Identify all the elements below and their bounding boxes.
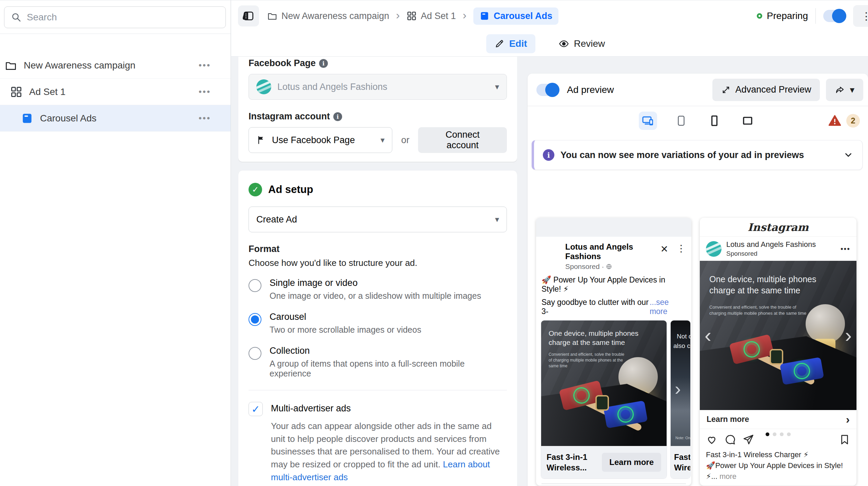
status-cluster: Preparing ⋮ (757, 0, 868, 32)
chevron-right-icon: › (396, 8, 400, 22)
instagram-feed-preview: Instagram Lotus and Angels Fashions Spon… (700, 218, 856, 486)
advanced-preview-button[interactable]: Advanced Preview (712, 79, 820, 101)
fb-body-text: Say goodbye to clutter with our 3- (541, 298, 650, 316)
more-icon[interactable]: ••• (841, 245, 850, 253)
ad-setup-card: ✓ Ad setup Create Ad ▾ Format Choose how… (238, 171, 517, 486)
fb-engagement-bar: Like Comment Share (541, 484, 686, 486)
kebab-menu-icon[interactable]: ⋮ (676, 243, 686, 254)
see-more-link[interactable]: ...see more (650, 298, 686, 316)
preview-format-row: 2 (528, 106, 868, 135)
breadcrumb-ad-current[interactable]: Carousel Ads (473, 7, 558, 25)
status-dot-icon (757, 13, 762, 19)
chevron-down-icon[interactable] (843, 150, 853, 160)
fb-post-header: Lotus and Angels Fashions Sponsored · ✕ … (536, 237, 691, 273)
divider (249, 390, 507, 390)
tab-edit[interactable]: Edit (486, 34, 535, 53)
ad-document-icon (479, 11, 490, 21)
info-icon[interactable]: i (319, 59, 328, 68)
carousel-card-2-partial[interactable]: Not only also can c › Note: Only a Fast … (670, 320, 691, 479)
chevron-down-icon: ▾ (850, 84, 854, 95)
folder-icon (267, 11, 277, 21)
format-square-button[interactable] (738, 112, 757, 130)
format-option-collection[interactable]: Collection A group of items that opens i… (249, 346, 507, 378)
radio-icon[interactable] (249, 279, 261, 292)
share-preview-button[interactable]: ▾ (826, 79, 863, 101)
option-label: Single image or video (270, 278, 481, 288)
info-icon[interactable]: i (333, 112, 342, 121)
learn-more-button[interactable]: Learn more (602, 453, 661, 472)
ads-manager-app: New Awareness campaign ••• Ad Set 1 ••• … (0, 0, 868, 486)
ad-preview-toggle[interactable] (536, 84, 559, 96)
ig-learn-more-row[interactable]: Learn more › (700, 410, 856, 429)
close-icon[interactable]: ✕ (660, 244, 668, 255)
instagram-account-row: Use Facebook Page ▾ or Connect account (249, 127, 507, 153)
connect-account-button[interactable]: Connect account (418, 127, 507, 153)
multi-advertiser-checkbox[interactable]: ✓ (249, 402, 263, 416)
format-option-carousel[interactable]: Carousel Two or more scrollable images o… (249, 312, 507, 335)
banner-text: You can now see more variations of your … (560, 150, 804, 160)
ig-caption: Fast 3-in-1 Wireless Charger ⚡ 🚀Power Up… (700, 447, 856, 484)
breadcrumb-campaign[interactable]: New Awareness campaign (267, 11, 389, 21)
facebook-page-label: Facebook Page i (249, 58, 507, 69)
ad-setup-header: ✓ Ad setup (249, 183, 507, 196)
instagram-logo: Instagram (700, 218, 856, 237)
image-overlay-title: One device, multiple phones charge at th… (709, 274, 831, 296)
more-icon[interactable]: ••• (199, 86, 211, 97)
more-actions-button[interactable]: ⋮ (853, 5, 868, 27)
create-ad-select[interactable]: Create Ad ▾ (249, 207, 507, 232)
tab-label: Review (574, 38, 605, 49)
carousel-card-title: Fast 3-in-1 Wireless... (547, 452, 587, 473)
facebook-page-select[interactable]: Lotus and Angels Fashions ▾ (249, 74, 507, 100)
carousel-next-icon[interactable]: › (845, 325, 852, 346)
ad-image: One device, multiple phones charge at th… (541, 320, 667, 446)
content-area: Facebook Page i Lotus and Angels Fashion… (231, 57, 868, 486)
instagram-account-select[interactable]: Use Facebook Page ▾ (249, 127, 392, 153)
fb-body-text-row: Say goodbye to clutter with our 3- ...se… (536, 295, 691, 320)
tab-review[interactable]: Review (550, 34, 613, 53)
warning-count-badge[interactable]: 2 (846, 114, 860, 128)
fb-page-name: Lotus and Angels Fashions (565, 242, 656, 261)
sidebar-item-label: Ad Set 1 (29, 86, 65, 97)
carousel-next-icon[interactable]: › (675, 378, 681, 399)
collapse-sidebar-button[interactable] (238, 5, 259, 26)
sidebar-item-adset[interactable]: Ad Set 1 ••• (0, 79, 231, 105)
format-all-devices-button[interactable] (639, 112, 657, 130)
caption-more-link[interactable]: more (719, 472, 736, 481)
caption-title: Fast 3-in-1 Wireless Charger ⚡ (706, 449, 850, 460)
carousel-card-1[interactable]: One device, multiple phones charge at th… (541, 320, 667, 479)
sidebar-item-ad[interactable]: Carousel Ads ••• (0, 105, 231, 132)
warning-triangle-icon (828, 114, 842, 128)
facebook-page-value: Lotus and Angels Fashions (277, 82, 387, 92)
breadcrumb-adset[interactable]: Ad Set 1 (407, 11, 456, 21)
ad-preview-label: Ad preview (567, 84, 614, 95)
instagram-account-value: Use Facebook Page (272, 135, 355, 145)
sidebar-item-campaign[interactable]: New Awareness campaign ••• (0, 52, 231, 79)
radio-icon-selected[interactable] (249, 313, 261, 326)
ad-active-toggle[interactable] (823, 10, 846, 22)
more-icon[interactable]: ••• (199, 60, 211, 71)
fb-primary-text: 🚀 Power Up Your Apple Devices in Style! … (536, 273, 691, 295)
delivery-status: Preparing (757, 11, 808, 21)
format-option-single[interactable]: Single image or video One image or video… (249, 278, 507, 301)
search-input[interactable] (27, 12, 219, 23)
preview-warnings[interactable]: 2 (828, 114, 860, 128)
format-mobile-button[interactable] (672, 112, 690, 130)
option-label: Collection (270, 346, 507, 356)
campaign-sidebar: New Awareness campaign ••• Ad Set 1 ••• … (0, 0, 231, 486)
chevron-down-icon: ▾ (495, 82, 499, 92)
advanced-preview-label: Advanced Preview (735, 84, 811, 95)
more-icon[interactable]: ••• (199, 113, 211, 123)
expand-icon (721, 85, 731, 95)
radio-icon[interactable] (249, 347, 261, 360)
carousel-card-footer: Fast 3-in-1 Wireless... (671, 446, 690, 479)
story-icon (709, 115, 720, 127)
search-box[interactable] (4, 6, 226, 28)
image-overlay-subtitle: Convenient and efficient, solve the trou… (549, 352, 627, 369)
breadcrumb-label: Ad Set 1 (421, 11, 456, 21)
eye-icon (558, 38, 569, 49)
breadcrumb-label: New Awareness campaign (281, 11, 389, 21)
format-story-button[interactable] (705, 112, 724, 130)
section-title: Ad setup (268, 183, 313, 196)
flag-icon (256, 135, 266, 145)
carousel-prev-icon[interactable]: ‹ (705, 325, 711, 346)
